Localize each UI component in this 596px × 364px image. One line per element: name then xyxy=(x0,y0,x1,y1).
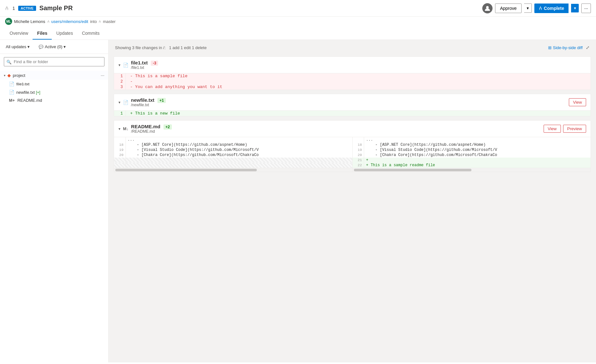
diff-left-side: ... 18 - [ASP.NET Core](https://github.c… xyxy=(114,137,352,172)
user-name: Michelle Lemons xyxy=(14,19,45,24)
diff-content: Showing 3 file changes in /: 1 add 1 edi… xyxy=(109,40,596,362)
file1-badge: -3 xyxy=(151,61,158,66)
tab-commits[interactable]: Commits xyxy=(77,27,104,40)
file1-collapse-icon[interactable]: ▾ xyxy=(118,63,120,67)
folder-icon: ◆ xyxy=(7,73,11,78)
diff-line-empty xyxy=(114,158,352,163)
tab-overview[interactable]: Overview xyxy=(5,27,33,40)
comments-chevron-icon: ▾ xyxy=(64,44,66,49)
readme-name: README.md xyxy=(17,98,104,103)
pr-title: Sample PR xyxy=(39,4,73,12)
comments-filter[interactable]: 💬 Active (0) ▾ xyxy=(37,43,68,50)
diff-line: 20 - [Chakra Core](https://github.com/Mi… xyxy=(114,152,352,158)
source-branch-icon: ⑃ xyxy=(47,19,50,24)
folder-name: project xyxy=(13,73,99,78)
diff-line: 1 - This is a sample file xyxy=(114,73,591,79)
readme-collapse-icon[interactable]: ▾ xyxy=(118,127,120,131)
search-icon: 🔍 xyxy=(6,59,11,64)
reviewer-avatar xyxy=(482,3,493,13)
diff-line: 1 + This is a new file xyxy=(114,111,591,116)
newfile-name: newfile.txt [+] xyxy=(16,90,104,95)
readme-view-button[interactable]: View xyxy=(544,125,561,133)
active-badge: ACTIVE xyxy=(18,6,36,11)
tab-updates[interactable]: Updates xyxy=(52,27,77,40)
source-branch-link[interactable]: users/milemons/edit xyxy=(51,19,88,24)
file-icon-2: 📄 xyxy=(9,90,14,95)
expand-button[interactable]: ⤢ xyxy=(586,45,590,50)
sidebar-file-newfile[interactable]: 📄 newfile.txt [+] xyxy=(0,88,108,96)
sidebar-toolbar: All updates ▾ 💬 Active (0) ▾ xyxy=(0,40,108,54)
diff-line: ... xyxy=(353,137,591,142)
complete-chevron-button[interactable]: ▾ xyxy=(571,4,579,12)
right-scrollbar[interactable] xyxy=(353,168,591,172)
newfile-path: /newfile.txt xyxy=(131,103,166,107)
diff-right-side: ... 18 - [ASP.NET Core](https://github.c… xyxy=(353,137,591,172)
file-search-box: 🔍 xyxy=(4,57,104,66)
svg-point-0 xyxy=(486,6,489,9)
sidebar-file-file1[interactable]: 📄 file1.txt xyxy=(0,80,108,88)
approve-button[interactable]: Approve xyxy=(495,4,521,13)
newfile-collapse-icon[interactable]: ▾ xyxy=(118,100,120,105)
side-by-side-toggle[interactable]: ⊞ Side-by-side diff xyxy=(548,45,583,50)
diff-line: 2 - xyxy=(114,79,591,84)
newfile-name-header: newfile.txt xyxy=(131,97,154,103)
diff-line: 18 - [ASP.NET Core](https://github.com/a… xyxy=(114,142,352,147)
diff-line-empty xyxy=(114,163,352,168)
user-avatar: ML xyxy=(5,18,12,25)
newfile-diff-scroll: 1 + This is a new file xyxy=(114,111,591,116)
diff-header-newfile: ▾ 📄 newfile.txt +1 /newfile.txt View xyxy=(114,94,591,111)
approve-chevron-button[interactable]: ▾ xyxy=(524,4,532,13)
main-layout: All updates ▾ 💬 Active (0) ▾ 🔍 ▾ ◆ proje… xyxy=(0,40,596,362)
sidebar: All updates ▾ 💬 Active (0) ▾ 🔍 ▾ ◆ proje… xyxy=(0,40,109,362)
diff-line: 3 - You can add anything you want to it xyxy=(114,84,591,90)
diff-header-readme: ▾ M↓ README.md +2 /README.md View Previe… xyxy=(114,121,591,137)
file1-icon: 📄 xyxy=(123,63,128,68)
complete-button[interactable]: ⑃ Complete xyxy=(534,4,569,13)
folder-chevron-icon: ▾ xyxy=(4,74,5,77)
diff-line: 20 - [Chakra Core](https://github.com/Mi… xyxy=(353,152,591,158)
file-tree: ▾ ◆ project ··· 📄 file1.txt 📄 newfile.tx… xyxy=(0,70,108,362)
diff-line-add: 21 + xyxy=(353,158,591,163)
filter-chevron-icon: ▾ xyxy=(27,44,30,49)
summary-bar: Showing 3 file changes in /: 1 add 1 edi… xyxy=(114,45,591,53)
side-by-side-icon: ⊞ xyxy=(548,45,552,50)
file1-diff-scroll: 1 - This is a sample file 2 - 3 - You ca… xyxy=(114,73,591,90)
diff-line: 18 - [ASP.NET Core](https://github.com/a… xyxy=(353,142,591,147)
readme-badge: +2 xyxy=(164,124,172,130)
diff-line: ... xyxy=(114,137,352,142)
file1-name-header: file1.txt xyxy=(131,60,148,65)
newfile-view-button[interactable]: View xyxy=(569,98,586,106)
project-folder[interactable]: ▾ ◆ project ··· xyxy=(0,71,108,80)
filter-label: All updates xyxy=(6,44,26,49)
file-icon: 📄 xyxy=(9,81,14,86)
header-actions: Approve ▾ ⑃ Complete ▾ ··· xyxy=(482,3,591,13)
readme-preview-button[interactable]: Preview xyxy=(563,125,586,133)
readme-name-header: README.md xyxy=(131,124,160,129)
more-options-button[interactable]: ··· xyxy=(581,4,591,13)
diff-line: 19 - [Visual Studio Code](https://github… xyxy=(353,147,591,152)
diff-header-file1: ▾ 📄 file1.txt -3 /file1.txt xyxy=(114,57,591,73)
file1-name: file1.txt xyxy=(16,82,104,86)
readme-diff-sidebyside: ... 18 - [ASP.NET Core](https://github.c… xyxy=(114,137,591,172)
folder-more-icon[interactable]: ··· xyxy=(101,73,104,78)
file1-diff-table: 1 - This is a sample file 2 - 3 - You ca… xyxy=(114,73,591,90)
newfile-badge: +1 xyxy=(157,98,166,103)
summary-text: Showing 3 file changes in /: 1 add 1 edi… xyxy=(115,45,207,50)
pr-icon: ⑃ xyxy=(5,5,9,11)
sub-header: ML Michelle Lemons ⑃ users/milemons/edit… xyxy=(0,17,596,27)
diff-line-add: 22 + This is a sample readme file xyxy=(353,163,591,168)
newfile-diff-table: 1 + This is a new file xyxy=(114,111,591,116)
search-input[interactable] xyxy=(4,57,104,66)
tab-files[interactable]: Files xyxy=(33,27,52,40)
readme-md-icon: M↓ xyxy=(123,126,128,131)
diff-card-newfile: ▾ 📄 newfile.txt +1 /newfile.txt View 1 +… xyxy=(114,94,591,116)
tab-navigation: Overview Files Updates Commits xyxy=(0,27,596,40)
all-updates-filter[interactable]: All updates ▾ xyxy=(4,43,32,50)
left-scrollbar[interactable] xyxy=(114,168,352,172)
pr-count: 1 xyxy=(12,6,15,11)
newfile-icon: 📄 xyxy=(123,100,128,105)
sidebar-file-readme[interactable]: M+ README.md xyxy=(0,96,108,104)
diff-card-readme: ▾ M↓ README.md +2 /README.md View Previe… xyxy=(114,120,591,172)
summary-bar-right: ⊞ Side-by-side diff ⤢ xyxy=(548,45,590,50)
file1-path: /file1.txt xyxy=(131,65,158,70)
